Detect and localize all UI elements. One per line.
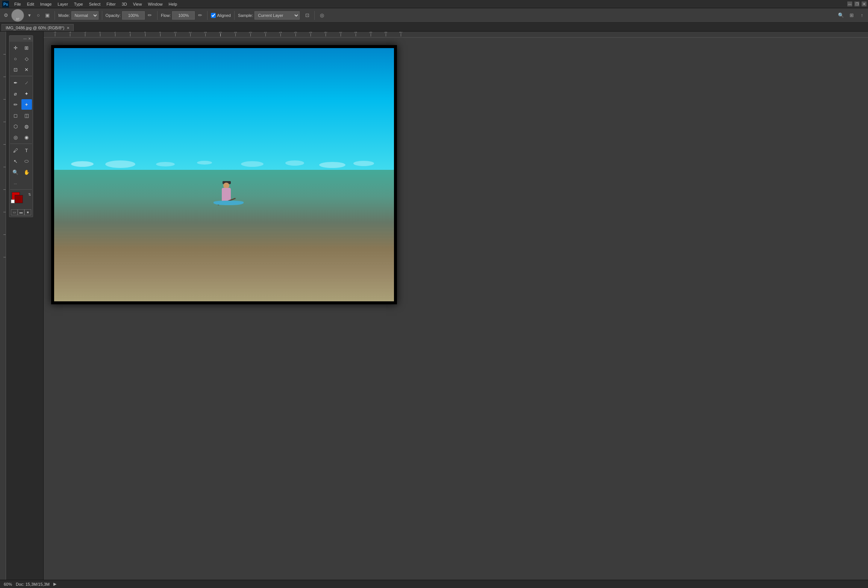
brush-options-icon[interactable]: ▾: [26, 12, 33, 19]
tools-sidebar: — ✕ ✛ ⊞ ○ ◇ ⊡ ✕ ✒ ⟋ ⌀ ✦ ✏: [6, 32, 44, 580]
canvas-document: [51, 45, 397, 304]
options-bar: ⚙ 37 ▾ ○ ▣ Mode: Normal Dissolve Darken …: [0, 8, 868, 23]
water-foreground: [54, 225, 394, 301]
menu-view[interactable]: View: [130, 1, 145, 7]
brush-preview[interactable]: 37: [11, 9, 24, 22]
tool-hand[interactable]: ✋: [21, 167, 32, 177]
menu-image[interactable]: Image: [37, 1, 55, 7]
menu-help[interactable]: Help: [166, 1, 180, 7]
screen-mode-normal-btn[interactable]: ▭: [11, 209, 18, 215]
tool-gradient[interactable]: ◍: [21, 121, 32, 132]
share-icon[interactable]: ↑: [858, 12, 866, 19]
status-arrow-icon[interactable]: ▶: [53, 582, 56, 586]
document-tab[interactable]: IMG_0486.jpg @ 60% (RGB/8*) ✕: [2, 24, 74, 31]
document-tabs: IMG_0486.jpg @ 60% (RGB/8*) ✕: [0, 23, 868, 32]
aligned-label[interactable]: Aligned: [211, 11, 231, 20]
tool-color-sampler[interactable]: ⟋: [21, 77, 32, 88]
tool-preset-group: ⚙ 37 ▾ ○ ▣: [2, 9, 51, 22]
ruler-horizontal: -6 -4 -2 0 2 4 6 8 10 12 14: [44, 32, 868, 38]
mode-select[interactable]: Normal Dissolve Darken Multiply: [71, 11, 98, 20]
tool-eyedropper[interactable]: ✒: [10, 77, 21, 88]
arrange-icon[interactable]: ⊞: [848, 12, 855, 19]
tool-background-eraser[interactable]: ◫: [21, 110, 32, 121]
panel-collapse-btn[interactable]: —: [23, 37, 27, 41]
tool-extra[interactable]: [21, 178, 32, 188]
separator-5: [234, 11, 235, 20]
menu-file[interactable]: File: [11, 1, 24, 7]
tool-perspective-crop[interactable]: ✕: [21, 64, 32, 75]
aligned-checkbox[interactable]: [211, 11, 216, 20]
opacity-input[interactable]: [122, 11, 145, 20]
background-color-swatch[interactable]: [15, 195, 23, 203]
mode-label: Mode:: [58, 13, 70, 18]
flow-icon[interactable]: ✏: [196, 12, 204, 19]
tool-artboard[interactable]: ⊞: [21, 42, 32, 53]
sample-group: Sample: Current Layer All Layers Current…: [238, 11, 300, 20]
screen-mode-full-btn[interactable]: ■: [24, 209, 31, 215]
tool-burn[interactable]: ◉: [21, 132, 32, 142]
canvas-wrapper: [44, 38, 868, 312]
menu-select[interactable]: Select: [86, 1, 104, 7]
menu-type[interactable]: Type: [71, 1, 86, 7]
search-icon[interactable]: 🔍: [837, 12, 845, 19]
healing-brush-icon[interactable]: ◎: [318, 12, 326, 19]
tool-crop[interactable]: ⊡: [10, 64, 21, 75]
doc-size-display: Doc: 15,3M/15,3M: [16, 582, 50, 586]
menu-layer[interactable]: Layer: [55, 1, 71, 7]
opacity-icon[interactable]: ✏: [146, 12, 154, 19]
swap-colors-icon[interactable]: ⇅: [28, 193, 31, 197]
tool-path-select[interactable]: ↖: [10, 156, 21, 166]
tool-eraser[interactable]: ◻: [10, 110, 21, 121]
tool-healing-brush[interactable]: ⌀: [10, 88, 21, 99]
restore-button[interactable]: ❐: [854, 2, 859, 6]
ignore-adj-icon[interactable]: ⊡: [303, 12, 311, 19]
separator-6: [314, 11, 315, 20]
screen-mode-menu-btn[interactable]: ▬: [18, 209, 24, 215]
tool-lasso[interactable]: ○: [10, 53, 21, 64]
flow-label: Flow:: [161, 13, 171, 18]
ruler-horizontal-marks: -6 -4 -2 0 2 4 6 8 10 12 14: [44, 32, 868, 36]
tool-zoom[interactable]: 🔍: [10, 167, 21, 177]
sample-select[interactable]: Current Layer All Layers Current & Below: [254, 11, 300, 20]
tool-type[interactable]: T: [21, 145, 32, 156]
tool-panel-header: — ✕: [9, 36, 33, 42]
status-bar: 60% Doc: 15,3M/15,3M ▶: [0, 580, 868, 588]
clone-source-icon[interactable]: ▣: [44, 12, 51, 19]
mode-group: Mode: Normal Dissolve Darken Multiply: [58, 11, 98, 20]
close-button[interactable]: ✕: [862, 2, 866, 6]
person-body: [222, 188, 231, 201]
default-colors-icon[interactable]: [11, 200, 15, 203]
sky: [54, 48, 394, 175]
flow-input[interactable]: [172, 11, 195, 20]
menu-edit[interactable]: Edit: [24, 1, 37, 7]
color-swatches: ⇅: [9, 191, 33, 208]
minimize-button[interactable]: —: [847, 2, 852, 6]
tool-patch[interactable]: ✦: [21, 88, 32, 99]
canvas-area[interactable]: -6 -4 -2 0 2 4 6 8 10 12 14: [44, 32, 868, 580]
tool-pen[interactable]: 🖊: [10, 145, 21, 156]
tool-dodge[interactable]: ◎: [10, 132, 21, 142]
menu-3d[interactable]: 3D: [119, 1, 130, 7]
tool-clone-stamp[interactable]: ✦: [21, 99, 32, 110]
svg-text:Ps: Ps: [3, 2, 8, 6]
ruler-vertical-marks: [0, 32, 6, 580]
menu-window[interactable]: Window: [145, 1, 165, 7]
tool-more[interactable]: …: [10, 178, 21, 188]
tab-close-button[interactable]: ✕: [67, 26, 70, 30]
tool-shape[interactable]: ⬭: [21, 156, 32, 166]
tools-grid: ✛ ⊞ ○ ◇ ⊡ ✕ ✒ ⟋ ⌀ ✦ ✏ ✦ ◻ ◫: [9, 42, 33, 191]
opacity-group: Opacity: ✏: [106, 11, 154, 20]
screen-modes: ▭ ▬ ■: [9, 208, 33, 217]
workspace: — ✕ ✛ ⊞ ○ ◇ ⊡ ✕ ✒ ⟋ ⌀ ✦ ✏: [0, 32, 868, 580]
tool-paint-bucket[interactable]: ⬡: [10, 121, 21, 132]
tab-filename: IMG_0486.jpg @ 60% (RGB/8*): [6, 26, 64, 30]
panel-close-btn[interactable]: ✕: [28, 37, 31, 41]
tool-preset-icon[interactable]: ⚙: [2, 12, 10, 19]
menu-filter[interactable]: Filter: [103, 1, 118, 7]
airbrush-icon[interactable]: ○: [35, 12, 42, 19]
tool-move[interactable]: ✛: [10, 42, 21, 53]
separator-4: [207, 11, 208, 20]
app-logo: Ps: [2, 0, 10, 8]
tool-polygonal-lasso[interactable]: ◇: [21, 53, 32, 64]
tool-brush[interactable]: ✏: [10, 99, 21, 110]
